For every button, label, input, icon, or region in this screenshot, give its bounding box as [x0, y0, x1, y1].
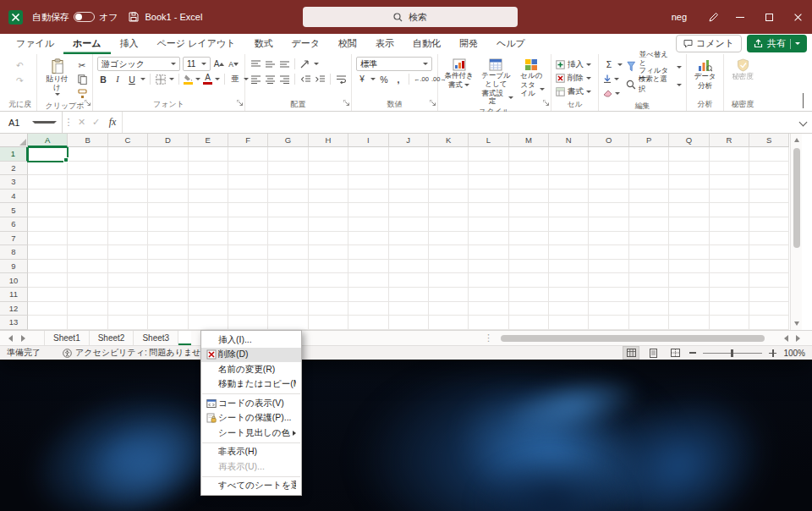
- row-header-8[interactable]: 8: [0, 245, 28, 260]
- save-icon[interactable]: [129, 12, 139, 22]
- dialog-launcher-icon[interactable]: [543, 94, 549, 109]
- cell-G12[interactable]: [268, 302, 308, 316]
- sheet-tab-active-partial[interactable]: [178, 331, 191, 345]
- menu-item-名前の変更(R)[interactable]: 名前の変更(R): [201, 362, 301, 377]
- cell-H5[interactable]: [309, 203, 348, 217]
- ribbon-tab-挿入[interactable]: 挿入: [111, 34, 148, 54]
- cell-N13[interactable]: [549, 316, 589, 330]
- sheet-tab-Sheet1[interactable]: Sheet1: [44, 331, 90, 345]
- cell-O10[interactable]: [589, 273, 628, 288]
- cell-Q12[interactable]: [669, 302, 709, 316]
- cell-Q4[interactable]: [669, 190, 709, 204]
- fill-color-icon[interactable]: [184, 74, 193, 85]
- data-analysis-button[interactable]: データ 分析: [693, 57, 718, 98]
- cell-L2[interactable]: [469, 162, 508, 176]
- cell-B7[interactable]: [68, 232, 107, 246]
- copy-icon[interactable]: [76, 73, 88, 85]
- previous-sheet-icon[interactable]: [8, 335, 13, 342]
- cell-K13[interactable]: [429, 316, 469, 330]
- undo-icon[interactable]: ↶: [14, 58, 26, 71]
- cell-J5[interactable]: [389, 203, 429, 217]
- cell-N9[interactable]: [549, 260, 589, 274]
- cell-I4[interactable]: [348, 190, 388, 204]
- cell-P4[interactable]: [629, 190, 669, 204]
- cell-O5[interactable]: [589, 203, 628, 217]
- cell-N11[interactable]: [549, 288, 589, 302]
- cell-J6[interactable]: [389, 217, 429, 232]
- cell-R9[interactable]: [710, 260, 749, 274]
- increase-decimal-button[interactable]: ←.00: [414, 73, 429, 85]
- cell-P1[interactable]: [629, 147, 669, 162]
- cell-G5[interactable]: [268, 203, 308, 217]
- cell-P12[interactable]: [629, 302, 669, 316]
- cell-C12[interactable]: [108, 302, 148, 316]
- autosave-toggle[interactable]: [74, 12, 95, 22]
- scroll-up-icon[interactable]: [794, 138, 799, 142]
- cell-L6[interactable]: [469, 217, 508, 232]
- cell-R12[interactable]: [710, 302, 749, 316]
- row-header-9[interactable]: 9: [0, 260, 28, 274]
- cell-O2[interactable]: [589, 162, 628, 176]
- cell-F12[interactable]: [228, 302, 268, 316]
- share-dropdown-icon[interactable]: [795, 42, 800, 45]
- cell-L10[interactable]: [469, 273, 508, 288]
- cell-R4[interactable]: [710, 190, 749, 204]
- cell-K9[interactable]: [429, 260, 469, 274]
- ribbon-tab-校閲[interactable]: 校閲: [329, 34, 366, 54]
- column-header-O[interactable]: O: [589, 134, 628, 147]
- cell-G6[interactable]: [268, 217, 308, 232]
- cell-F1[interactable]: [228, 147, 268, 162]
- cell-S4[interactable]: [749, 190, 789, 204]
- delete-cells-button[interactable]: 削除: [556, 71, 594, 85]
- cell-H7[interactable]: [309, 232, 348, 246]
- cell-D4[interactable]: [148, 190, 188, 204]
- cell-F8[interactable]: [228, 245, 268, 260]
- cell-H6[interactable]: [309, 217, 348, 232]
- scroll-down-icon[interactable]: [794, 321, 799, 326]
- cell-O9[interactable]: [589, 260, 628, 274]
- cell-D9[interactable]: [148, 260, 188, 274]
- paste-dropdown-icon[interactable]: [55, 93, 60, 96]
- cell-S11[interactable]: [749, 288, 789, 302]
- share-button[interactable]: 共有: [747, 35, 807, 52]
- cell-E1[interactable]: [189, 147, 228, 162]
- minimize-button[interactable]: [726, 0, 754, 34]
- redo-icon[interactable]: ↷: [14, 74, 26, 86]
- cell-styles-button[interactable]: セルの スタイル: [517, 57, 546, 106]
- increase-indent-icon[interactable]: [314, 73, 326, 85]
- cell-J3[interactable]: [389, 175, 429, 190]
- cell-M10[interactable]: [509, 273, 549, 288]
- cell-N10[interactable]: [549, 273, 589, 288]
- cell-I8[interactable]: [348, 245, 388, 260]
- cell-A10[interactable]: [28, 273, 68, 288]
- cell-H12[interactable]: [309, 302, 348, 316]
- cell-B3[interactable]: [68, 175, 107, 190]
- ribbon-tab-ヘルプ[interactable]: ヘルプ: [487, 34, 535, 54]
- ribbon-tab-ページ レイアウト[interactable]: ページ レイアウト: [148, 34, 245, 54]
- next-sheet-icon[interactable]: [21, 335, 25, 342]
- cell-R10[interactable]: [710, 273, 749, 288]
- cell-N3[interactable]: [549, 175, 589, 190]
- decrease-indent-icon[interactable]: [299, 73, 311, 85]
- cell-A12[interactable]: [28, 302, 68, 316]
- autosave-control[interactable]: 自動保存 オフ: [32, 11, 118, 24]
- cell-K7[interactable]: [429, 232, 469, 246]
- row-header-10[interactable]: 10: [0, 273, 28, 288]
- accessibility-status[interactable]: アクセシビリティ: 問題ありません: [63, 347, 210, 359]
- cell-K3[interactable]: [429, 175, 469, 190]
- cell-O3[interactable]: [589, 175, 628, 190]
- align-top-icon[interactable]: [250, 58, 261, 70]
- cell-H13[interactable]: [309, 316, 348, 330]
- cell-C3[interactable]: [108, 175, 148, 190]
- cell-F4[interactable]: [228, 190, 268, 204]
- cell-I11[interactable]: [348, 288, 388, 302]
- cell-B9[interactable]: [68, 260, 107, 274]
- cell-G1[interactable]: [268, 147, 308, 162]
- excel-logo-icon[interactable]: [8, 10, 23, 25]
- bold-button[interactable]: B: [97, 73, 109, 85]
- cell-O13[interactable]: [589, 316, 628, 330]
- cell-K1[interactable]: [429, 147, 469, 162]
- ribbon-tab-自動化[interactable]: 自動化: [403, 34, 450, 54]
- cell-S13[interactable]: [749, 316, 789, 330]
- cell-L13[interactable]: [469, 316, 508, 330]
